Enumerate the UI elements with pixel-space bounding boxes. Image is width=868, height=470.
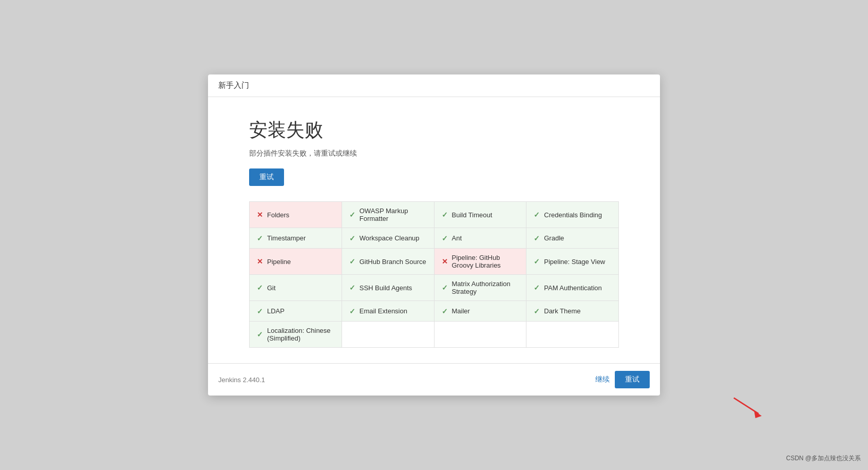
plugin-cell: ✓Matrix Authorization Strategy (435, 275, 527, 301)
empty-cell (435, 322, 527, 348)
page-subtitle: 部分插件安装失败，请重试或继续 (249, 149, 619, 158)
plugin-cell: ✓LDAP (250, 301, 342, 322)
retry-button-top[interactable]: 重试 (249, 168, 284, 186)
check-icon: ✓ (349, 284, 355, 292)
plugin-name: GitHub Branch Source (360, 258, 426, 266)
plugin-name: Pipeline: Stage View (544, 258, 605, 266)
check-icon: ✓ (534, 307, 540, 315)
plugin-cell: ✓SSH Build Agents (342, 275, 435, 301)
check-icon: ✓ (442, 284, 448, 292)
plugin-name: Folders (267, 211, 289, 219)
empty-cell (526, 322, 619, 348)
plugin-cell: ✓Build Timeout (435, 202, 527, 228)
plugin-cell: ✓Localization: Chinese (Simplified) (250, 322, 342, 348)
plugin-name: LDAP (267, 307, 285, 315)
modal-footer: Jenkins 2.440.1 继续 重试 (208, 363, 660, 396)
check-icon: ✓ (349, 307, 355, 315)
check-icon: ✓ (534, 257, 540, 266)
check-icon: ✓ (442, 234, 448, 242)
plugin-name: Workspace Cleanup (360, 234, 420, 242)
plugin-name: Build Timeout (452, 211, 493, 219)
modal-header: 新手入门 (208, 74, 660, 97)
plugin-cell: ✕Folders (250, 202, 342, 228)
check-icon: ✓ (534, 284, 540, 292)
watermark: CSDN @多加点辣也没关系 (786, 454, 861, 463)
svg-marker-1 (754, 410, 762, 418)
arrow-annotation (729, 393, 765, 419)
check-icon: ✓ (349, 234, 355, 242)
plugin-name: Pipeline (267, 258, 291, 266)
empty-cell (342, 322, 435, 348)
check-icon: ✓ (257, 234, 263, 242)
plugin-cell: ✓Dark Theme (526, 301, 619, 322)
check-icon: ✓ (349, 211, 355, 219)
plugin-name: Mailer (452, 307, 470, 315)
plugin-cell: ✓Pipeline: Stage View (526, 249, 619, 275)
check-icon: ✓ (534, 234, 540, 242)
check-icon: ✓ (257, 307, 263, 315)
plugin-cell: ✓Ant (435, 228, 527, 249)
plugin-name: Ant (452, 234, 462, 242)
plugin-name: Gradle (544, 234, 564, 242)
plugin-name: SSH Build Agents (360, 284, 412, 292)
check-icon: ✓ (349, 257, 355, 266)
check-icon: ✓ (442, 307, 448, 315)
modal-body: 安装失败 部分插件安装失败，请重试或继续 重试 ✕Folders✓OWASP M… (208, 97, 660, 363)
plugin-cell: ✓Timestamper (250, 228, 342, 249)
footer-version: Jenkins 2.440.1 (218, 376, 265, 384)
check-icon: ✓ (442, 211, 448, 219)
continue-button[interactable]: 继续 (595, 375, 610, 384)
plugin-cell: ✓PAM Authentication (526, 275, 619, 301)
plugin-cell: ✓Workspace Cleanup (342, 228, 435, 249)
modal-header-title: 新手入门 (218, 81, 249, 89)
plugin-cell: ✕Pipeline (250, 249, 342, 275)
plugin-name: Credentials Binding (544, 211, 602, 219)
x-icon: ✕ (442, 257, 448, 266)
plugin-name: OWASP Markup Formatter (360, 207, 427, 222)
footer-buttons: 继续 重试 (595, 371, 650, 388)
plugin-name: Dark Theme (544, 307, 580, 315)
plugin-cell: ✓Credentials Binding (526, 202, 619, 228)
plugin-name: Matrix Authorization Strategy (452, 280, 519, 295)
red-arrow-icon (729, 393, 765, 419)
plugin-name: Email Extension (360, 307, 407, 315)
page-title: 安装失败 (249, 118, 619, 143)
plugin-cell: ✕Pipeline: GitHub Groovy Libraries (435, 249, 527, 275)
check-icon: ✓ (534, 211, 540, 219)
plugin-cell: ✓Gradle (526, 228, 619, 249)
plugin-grid: ✕Folders✓OWASP Markup Formatter✓Build Ti… (249, 201, 619, 348)
x-icon: ✕ (257, 211, 263, 219)
plugin-name: PAM Authentication (544, 284, 602, 292)
plugin-name: Pipeline: GitHub Groovy Libraries (452, 254, 519, 269)
plugin-cell: ✓Git (250, 275, 342, 301)
plugin-cell: ✓GitHub Branch Source (342, 249, 435, 275)
plugin-cell: ✓Mailer (435, 301, 527, 322)
main-modal: 新手入门 安装失败 部分插件安装失败，请重试或继续 重试 ✕Folders✓OW… (208, 74, 660, 396)
x-icon: ✕ (257, 257, 263, 266)
check-icon: ✓ (257, 284, 263, 292)
plugin-cell: ✓Email Extension (342, 301, 435, 322)
check-icon: ✓ (257, 330, 263, 339)
plugin-cell: ✓OWASP Markup Formatter (342, 202, 435, 228)
retry-button-footer[interactable]: 重试 (615, 371, 650, 388)
plugin-name: Timestamper (267, 234, 306, 242)
plugin-name: Git (267, 284, 276, 292)
plugin-name: Localization: Chinese (Simplified) (267, 327, 334, 342)
